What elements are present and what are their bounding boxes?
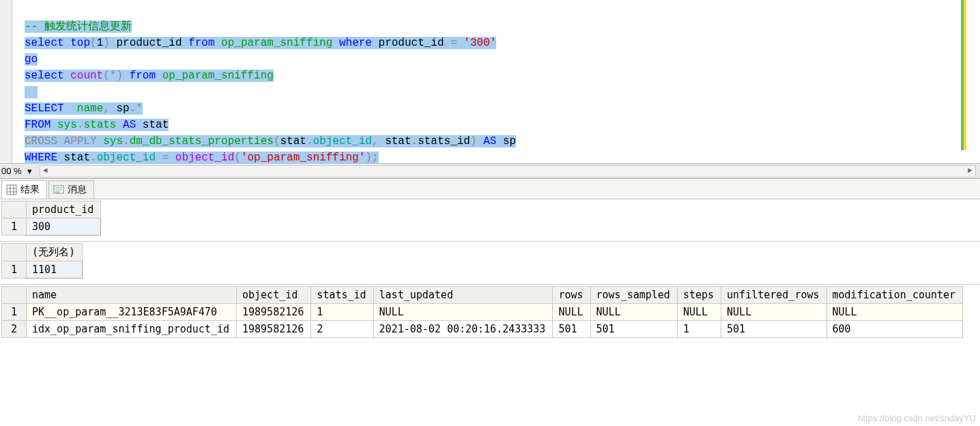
cell[interactable]: 1 [311,304,373,321]
cell[interactable]: idx_op_param_sniffing_product_id [27,321,237,338]
col-header[interactable]: name [27,287,237,304]
cell[interactable]: 1989582126 [236,321,311,338]
col-header[interactable]: object_id [236,287,311,304]
table-row: 2 idx_op_param_sniffing_product_id 19895… [2,321,963,338]
col-header[interactable]: steps [677,287,721,304]
col-header[interactable]: rows_sampled [590,287,677,304]
code-content[interactable]: -- 触发统计信息更新 select top(1) product_id fro… [25,2,958,182]
cell[interactable]: 1989582126 [236,304,311,321]
cell[interactable]: NULL [373,304,553,321]
sql-editor[interactable]: -- 触发统计信息更新 select top(1) product_id fro… [0,0,980,164]
table-row: name object_id stats_id last_updated row… [2,287,963,304]
editor-gutter [0,0,12,163]
overview-ruler [960,0,980,163]
scroll-right-icon[interactable]: ► [966,166,974,174]
table-row: 1 PK__op_param__3213E83F5A9AF470 1989582… [2,304,963,321]
messages-icon [53,184,64,195]
cell[interactable]: 501 [590,321,677,338]
cell[interactable]: 501 [553,321,590,338]
zoom-bar: 00 % ▾ ◄ ► [0,164,980,179]
col-header[interactable]: last_updated [373,287,553,304]
cell[interactable]: 600 [826,321,963,338]
col-header[interactable]: modification_counter [826,287,963,304]
cell[interactable]: PK__op_param__3213E83F5A9AF470 [27,304,237,321]
cell[interactable]: 501 [721,321,826,338]
cell[interactable]: NULL [553,304,590,321]
grid-icon [6,184,17,195]
table-row: 11101 [2,261,83,279]
table-row: (无列名) [2,244,83,261]
result-grid-3: name object_id stats_id last_updated row… [0,285,980,343]
col-header[interactable]: stats_id [311,287,373,304]
svg-rect-0 [7,185,16,195]
table-row: 1300 [2,218,101,236]
cell[interactable]: 2021-08-02 00:20:16.2433333 [373,321,553,338]
table-row: product_id [2,201,101,218]
cell[interactable]: NULL [590,304,677,321]
grid-1-table[interactable]: product_id 1300 [1,201,101,236]
cell[interactable]: 1 [677,321,721,338]
cell[interactable]: 300 [27,218,101,236]
tab-messages[interactable]: 消息 [48,180,94,199]
cell[interactable]: NULL [721,304,826,321]
tab-messages-label: 消息 [68,184,87,196]
col-header[interactable]: product_id [27,201,101,218]
result-grid-1: product_id 1300 [0,199,980,242]
zoom-level: 00 % [0,166,25,176]
tab-results[interactable]: 结果 [1,180,47,199]
col-header[interactable]: unfiltered_rows [721,287,826,304]
results-pane: product_id 1300 (无列名) 11101 name object_… [0,199,980,425]
cell[interactable]: NULL [677,304,721,321]
cell[interactable]: NULL [826,304,963,321]
col-header[interactable]: (无列名) [27,244,83,261]
tab-results-label: 结果 [20,184,40,196]
cell[interactable]: 1101 [27,261,83,279]
col-header[interactable]: rows [553,287,590,304]
scroll-left-icon[interactable]: ◄ [42,166,49,174]
watermark: https://blog.csdn.net/sndayYU [858,413,976,423]
horizontal-scrollbar[interactable]: ◄ ► [40,165,976,178]
cell[interactable]: 2 [311,321,373,338]
grid-3-table[interactable]: name object_id stats_id last_updated row… [1,286,963,338]
result-grid-2: (无列名) 11101 [0,242,980,285]
grid-2-table[interactable]: (无列名) 11101 [1,243,83,279]
